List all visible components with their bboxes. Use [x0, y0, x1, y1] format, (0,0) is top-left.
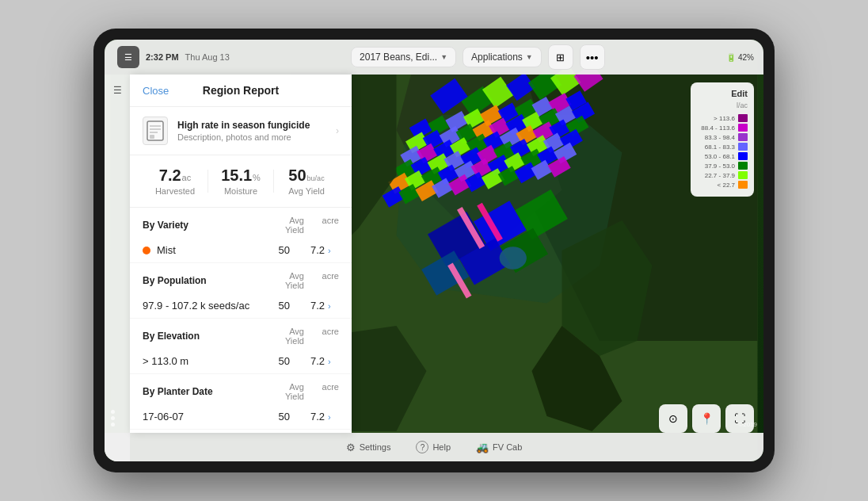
sidebar-toggle-button[interactable]: ☰ [117, 46, 139, 68]
by-planter-date-section: By Planter Date Avg Yield acre 17-06-07 … [130, 374, 352, 430]
promo-icon [143, 117, 168, 145]
by-variety-col2-header: acre [304, 216, 339, 235]
settings-button[interactable]: ⚙ Settings [346, 442, 391, 453]
region-report-panel: Close Region Report High rate in season … [130, 75, 352, 433]
population-row-name: 97.9 - 107.2 k seeds/ac [143, 300, 249, 312]
elevation-row-label: > 113.0 m [143, 355, 255, 367]
legend-item-3: 83.3 - 98.4 [697, 133, 748, 141]
legend-item-8: < 22.7 [697, 181, 748, 189]
status-bar: 🔋 42% [726, 53, 754, 62]
more-icon: ••• [586, 51, 599, 64]
legend-panel: Edit l/ac > 113.6 88.4 - 113.6 83.3 - 98… [691, 82, 754, 197]
by-population-col2-header: acre [304, 271, 339, 290]
legend-item-6: 37.9 - 53.0 [697, 162, 748, 170]
legend-unit: l/ac [697, 101, 748, 109]
battery-level: 42% [738, 53, 754, 62]
map-coords: ©2019 [738, 421, 757, 428]
legend-label-8: < 22.7 [718, 182, 735, 189]
legend-color-3 [738, 133, 748, 141]
population-row-values: 50 7.2 › [255, 300, 339, 312]
expand-tool-button[interactable]: ⛶ [725, 404, 754, 433]
promo-title: High rate in season fungicide [177, 120, 326, 131]
elevation-row-name: > 113.0 m [143, 355, 188, 367]
tablet-screen: ☰ 2:32 PM Thu Aug 13 2017 Beans, Edi... … [105, 40, 763, 461]
grid-view-button[interactable]: ⊞ [548, 44, 573, 70]
pin-tool-button[interactable]: 📍 [692, 404, 721, 433]
population-row-acre: 7.2 [290, 300, 325, 312]
planter-date-row-name: 17-06-07 [143, 411, 184, 423]
legend-edit-button[interactable]: Edit [697, 89, 748, 98]
variety-mist-acre: 7.2 [290, 244, 325, 256]
elevation-row-1[interactable]: > 113.0 m 50 7.2 › [130, 349, 352, 374]
variety-row-mist[interactable]: Mist 50 7.2 › [130, 238, 352, 263]
planter-date-row-values: 50 7.2 › [255, 411, 339, 423]
planter-date-row-acre: 7.2 [290, 411, 325, 423]
mist-dot [143, 247, 150, 254]
stat-avg-yield-label: Avg Yield [274, 186, 339, 196]
promo-text: High rate in season fungicide Descriptio… [177, 120, 326, 142]
by-variety-header: By Variety Avg Yield acre [130, 208, 352, 238]
by-population-section: By Population Avg Yield acre 97.9 - 107.… [130, 263, 352, 319]
variety-mist-name: Mist [157, 244, 176, 256]
elevation-row-chevron-icon: › [328, 357, 339, 366]
report-header: Close Region Report [130, 75, 352, 107]
measure-tool-button[interactable]: ⊙ [659, 404, 687, 433]
elevation-row-acre: 7.2 [290, 355, 325, 367]
applications-dropdown[interactable]: Applications ▼ [463, 47, 542, 67]
legend-item-1: > 113.6 [697, 114, 748, 122]
legend-label-3: 83.3 - 98.4 [705, 134, 735, 141]
measure-icon: ⊙ [668, 412, 678, 425]
stat-moisture: 15.1% Moisture [208, 166, 273, 196]
variety-mist-chevron-icon: › [328, 246, 339, 255]
dot-1 [111, 410, 115, 414]
stat-avg-yield-value: 50bu/ac [274, 166, 339, 185]
promo-chevron-icon: › [336, 125, 339, 136]
legend-label-7: 22.7 - 37.9 [705, 172, 735, 179]
by-planter-date-col2-header: acre [304, 382, 339, 401]
help-label: Help [432, 442, 451, 452]
planter-date-row-1[interactable]: 17-06-07 50 7.2 › [130, 404, 352, 430]
by-planter-date-title: By Planter Date [143, 386, 213, 397]
applications-chevron-icon: ▼ [526, 53, 533, 61]
legend-item-7: 22.7 - 37.9 [697, 171, 748, 179]
more-options-button[interactable]: ••• [580, 44, 605, 70]
dot-3 [111, 423, 115, 426]
grid-icon: ⊞ [556, 52, 565, 63]
top-bar-center: 2017 Beans, Edi... ▼ Applications ▼ ⊞ ••… [351, 44, 605, 70]
dataset-label: 2017 Beans, Edi... [360, 52, 437, 63]
fv-cab-button[interactable]: 🚜 FV Cab [476, 442, 522, 453]
legend-color-7 [738, 171, 748, 179]
by-elevation-section: By Elevation Avg Yield acre > 113.0 m 50… [130, 319, 352, 374]
stat-harvested: 7.2ac Harvested [143, 166, 207, 196]
planter-date-row-label: 17-06-07 [143, 411, 255, 423]
status-date: Thu Aug 13 [185, 52, 230, 62]
bottom-bar: ⚙ Settings ? Help 🚜 FV Cab [105, 433, 763, 461]
dataset-dropdown[interactable]: 2017 Beans, Edi... ▼ [351, 47, 456, 67]
promo-subtitle: Description, photos and more [177, 132, 326, 142]
help-button[interactable]: ? Help [416, 441, 451, 453]
by-elevation-col-headers: Avg Yield acre [269, 327, 339, 346]
sidebar-menu-icon[interactable]: ☰ [108, 81, 127, 100]
legend-item-2: 88.4 - 113.6 [697, 124, 748, 132]
page-indicator [111, 410, 115, 426]
report-promo-row[interactable]: High rate in season fungicide Descriptio… [130, 107, 352, 155]
legend-item-5: 53.0 - 68.1 [697, 152, 748, 160]
variety-mist-label: Mist [143, 244, 255, 256]
by-elevation-col2-header: acre [304, 327, 339, 346]
by-variety-col-headers: Avg Yield acre [269, 216, 339, 235]
by-elevation-header: By Elevation Avg Yield acre [130, 319, 352, 349]
report-close-button[interactable]: Close [143, 85, 169, 97]
help-icon: ? [416, 441, 428, 453]
report-title: Region Report [203, 84, 279, 97]
dot-2 [111, 416, 115, 420]
planter-date-row-chevron-icon: › [328, 412, 339, 422]
by-variety-col1-header: Avg Yield [269, 216, 304, 235]
top-bar: ☰ 2:32 PM Thu Aug 13 2017 Beans, Edi... … [105, 40, 763, 75]
variety-mist-values: 50 7.2 › [255, 244, 339, 256]
by-elevation-col1-header: Avg Yield [269, 327, 304, 346]
population-row-1[interactable]: 97.9 - 107.2 k seeds/ac 50 7.2 › [130, 293, 352, 319]
left-sidebar: ☰ [105, 75, 130, 461]
legend-label-2: 88.4 - 113.6 [701, 124, 735, 132]
map-tools: ⊙ 📍 ⛶ [659, 404, 754, 433]
by-variety-section: By Variety Avg Yield acre Mist 50 7.2 › [130, 208, 352, 263]
